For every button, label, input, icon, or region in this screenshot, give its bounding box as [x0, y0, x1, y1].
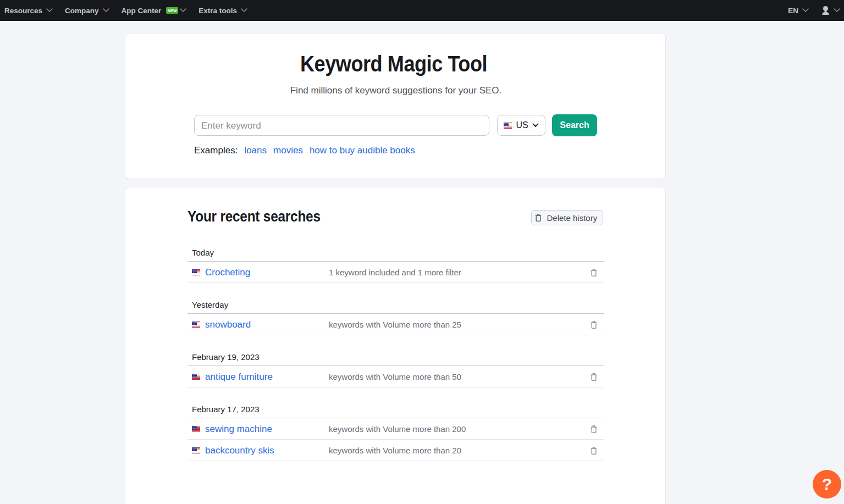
example-link-audible[interactable]: how to buy audible books — [310, 145, 415, 156]
user-icon — [821, 6, 830, 15]
main-content: Keyword Magic Tool Find millions of keyw… — [125, 34, 665, 504]
keyword-link[interactable]: sewing machine — [205, 424, 272, 435]
keyword-link[interactable]: snowboard — [205, 319, 251, 330]
navbar-menu: Resources Company App Center NEW Extra t… — [4, 7, 247, 15]
delete-history-label: Delete history — [547, 213, 598, 223]
nav-item-label: Extra tools — [198, 7, 237, 15]
chevron-down-icon — [103, 8, 109, 13]
top-navbar: Resources Company App Center NEW Extra t… — [0, 0, 844, 21]
trash-icon — [591, 321, 597, 329]
row-keyword-cell: antique furniture — [192, 372, 329, 383]
example-link-loans[interactable]: loans — [244, 145, 267, 156]
delete-row-button[interactable] — [591, 269, 604, 276]
row-filters-label: keywords with Volume more than 200 — [329, 424, 591, 434]
recent-search-row: antique furniture keywords with Volume m… — [187, 366, 604, 387]
us-flag-icon — [504, 123, 512, 129]
group-date-label: Yesterday — [187, 300, 604, 314]
search-button[interactable]: Search — [552, 114, 597, 136]
recent-groups: Today Crocheting 1 keyword included and … — [187, 248, 604, 461]
trash-icon — [591, 269, 597, 276]
group-date-label: February 17, 2023 — [187, 405, 604, 418]
delete-row-button[interactable] — [591, 321, 604, 329]
nav-item-label: Resources — [4, 7, 42, 15]
keyword-input[interactable] — [194, 115, 489, 136]
keyword-link[interactable]: Crocheting — [205, 267, 250, 278]
language-selector[interactable]: EN — [788, 7, 809, 15]
examples-label: Examples: — [194, 145, 238, 156]
search-row: US Search — [194, 114, 598, 136]
nav-item-label: Company — [65, 7, 99, 15]
user-menu[interactable] — [821, 6, 840, 15]
delete-row-button[interactable] — [591, 425, 604, 433]
row-keyword-cell: snowboard — [192, 319, 329, 330]
recent-group: Yesterday snowboard keywords with Volume… — [187, 300, 604, 335]
us-flag-icon — [192, 269, 200, 275]
row-filters-label: keywords with Volume more than 25 — [329, 320, 591, 329]
recent-search-row: backcountry skis keywords with Volume mo… — [187, 440, 604, 461]
row-filters-label: keywords with Volume more than 50 — [329, 372, 591, 381]
example-link-movies[interactable]: movies — [273, 145, 303, 156]
database-label: US — [516, 120, 528, 130]
keyword-link[interactable]: antique furniture — [205, 372, 273, 383]
chevron-down-icon — [180, 8, 186, 13]
recent-search-row: sewing machine keywords with Volume more… — [187, 418, 604, 440]
database-select[interactable]: US — [497, 115, 545, 136]
group-date-label: February 19, 2023 — [187, 352, 604, 366]
delete-history-button[interactable]: Delete history — [531, 210, 603, 225]
chevron-down-icon — [802, 8, 809, 13]
nav-item-company[interactable]: Company — [65, 7, 109, 15]
nav-item-label: App Center — [122, 7, 162, 15]
recent-search-row: snowboard keywords with Volume more than… — [187, 314, 604, 335]
chevron-down-icon — [46, 8, 53, 13]
trash-icon — [591, 447, 597, 455]
us-flag-icon — [192, 374, 200, 380]
search-card: Keyword Magic Tool Find millions of keyw… — [125, 34, 665, 179]
nav-item-resources[interactable]: Resources — [4, 7, 53, 15]
nav-item-extra-tools[interactable]: Extra tools — [198, 7, 247, 15]
trash-icon — [591, 425, 597, 433]
us-flag-icon — [192, 447, 200, 453]
navbar-right: EN — [788, 6, 840, 15]
page-subtitle: Find millions of keyword suggestions for… — [194, 86, 598, 95]
chevron-down-icon — [532, 123, 539, 128]
row-keyword-cell: backcountry skis — [192, 445, 329, 456]
nav-item-app-center[interactable]: App Center NEW — [122, 7, 187, 15]
trash-icon — [591, 373, 597, 381]
chevron-down-icon — [241, 8, 247, 13]
chevron-down-icon — [834, 8, 840, 13]
us-flag-icon — [192, 426, 200, 432]
recent-group: February 17, 2023 sewing machine keyword… — [187, 405, 604, 461]
recent-group: Today Crocheting 1 keyword included and … — [187, 248, 604, 283]
recent-search-row: Crocheting 1 keyword included and 1 more… — [187, 262, 604, 283]
row-keyword-cell: sewing machine — [192, 424, 329, 435]
recent-searches-title: Your recent searches — [187, 209, 321, 224]
us-flag-icon — [192, 322, 200, 328]
row-filters-label: 1 keyword included and 1 more filter — [329, 268, 591, 277]
trash-icon — [535, 214, 542, 221]
page-title: Keyword Magic Tool — [216, 53, 571, 75]
row-filters-label: keywords with Volume more than 20 — [329, 446, 591, 455]
examples-row: Examples: loans movies how to buy audibl… — [194, 145, 598, 156]
delete-row-button[interactable] — [591, 447, 604, 455]
language-label: EN — [788, 7, 798, 15]
recent-searches-card: Your recent searches Delete history Toda… — [125, 187, 665, 504]
recent-group: February 19, 2023 antique furniture keyw… — [187, 352, 604, 387]
row-keyword-cell: Crocheting — [192, 267, 329, 278]
group-date-label: Today — [187, 248, 604, 262]
recent-header: Your recent searches Delete history — [187, 208, 604, 225]
help-button[interactable]: ? — [813, 470, 841, 499]
keyword-link[interactable]: backcountry skis — [205, 445, 274, 456]
delete-row-button[interactable] — [591, 373, 604, 381]
new-badge: NEW — [166, 7, 178, 14]
